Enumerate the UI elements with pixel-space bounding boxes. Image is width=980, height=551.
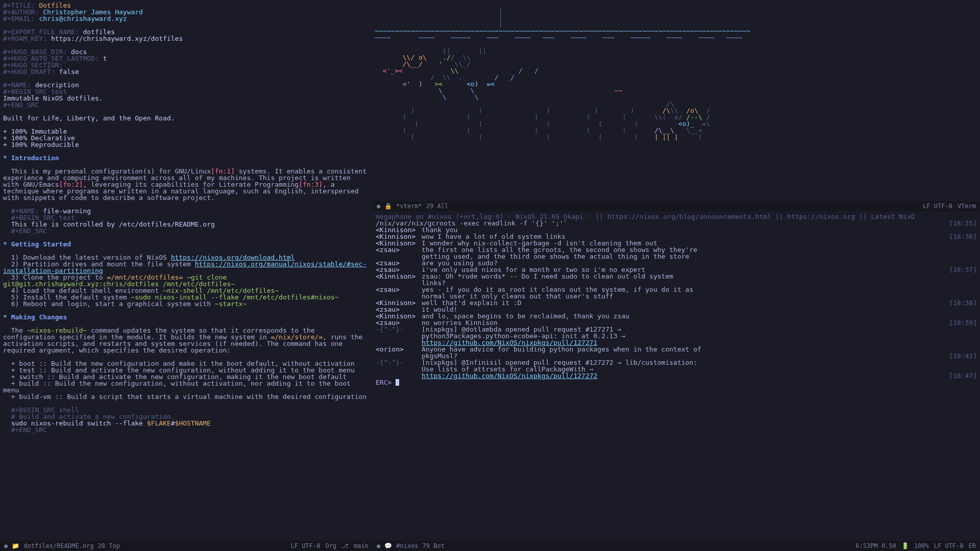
erc-pane[interactable]: megaphone on #nixos (+nrt,lag:0) ◦ NixOS… — [373, 211, 980, 551]
irc-timestamp: [18:47] — [944, 372, 977, 379]
irc-timestamp: [18:37] — [944, 266, 977, 273]
erc-battery: 100% — [914, 543, 929, 549]
modeline-left: ● 📁 dotfiles/README.org 28 Top LF UTF-8 … — [0, 541, 373, 551]
end-src: #+END_SRC — [3, 101, 39, 109]
irc-nick: -{^-^}- — [376, 326, 422, 333]
folder-icon: 📁 — [12, 543, 19, 549]
irc-message: zsau: Oh *rude words* -- Do I need sudo … — [422, 273, 977, 280]
irc-message: https://github.com/NixOS/nixpkgs/pull/12… — [422, 372, 944, 379]
circle-icon: ● — [4, 543, 8, 549]
erc-prompt[interactable]: ERC> — [376, 379, 977, 386]
irc-nick: -{^-^}- — [376, 359, 422, 366]
heading-getting-started[interactable]: * Getting Started — [3, 240, 71, 248]
roam-url: https://chrishayward.xyz/dotfiles — [51, 35, 183, 42]
irc-timestamp: [18:36] — [944, 233, 977, 240]
ascii-art: | | | ~~~~~~~~~~~~~~~~~~~~~~~~~~~~~~~~~~… — [375, 8, 978, 140]
irc-line: <orion>Anyone have advice for building p… — [376, 346, 977, 353]
chat-icon: 💬 — [384, 543, 392, 549]
irc-link[interactable]: https://github.com/NixOS/nixpkgs/pull/12… — [422, 372, 597, 380]
modeline-encoding: LF UTF-8 — [291, 543, 321, 549]
bullet-reproducible: + 100% Reproducible — [3, 141, 79, 148]
vterm-pane[interactable]: | | | ~~~~~~~~~~~~~~~~~~~~~~~~~~~~~~~~~~… — [373, 0, 980, 201]
vterm-pos: 29 All — [426, 203, 448, 209]
erc-channel: #nixos — [396, 543, 418, 549]
irc-nick: <Kinnison> — [376, 273, 422, 280]
irc-nick — [376, 366, 422, 372]
circle-icon: ● — [377, 543, 380, 549]
modeline-position: 28 Top — [98, 543, 120, 549]
modeline-major-mode: Org — [325, 543, 336, 549]
heading-making-changes[interactable]: * Making Changes — [3, 313, 67, 321]
irc-message: and lo, space begins to be reclaimed, th… — [422, 313, 977, 319]
cursor — [396, 379, 399, 386]
lock-icon: 🔒 — [384, 203, 392, 209]
irc-nick: <orion> — [376, 346, 422, 353]
email-key: #+EMAIL: — [3, 15, 35, 22]
circle-icon: ● — [377, 203, 380, 209]
heading-introduction[interactable]: * Introduction — [3, 154, 59, 162]
erc-pos: 79 Bot — [423, 543, 445, 549]
modeline-erc: ● 💬 #nixos 79 Bot 6:53PM 0.50 🔋 100% LF … — [373, 541, 980, 551]
modeline-branch: main — [354, 543, 369, 549]
modeline-filename: dotfiles/README.org — [23, 543, 93, 549]
irc-line: <Kinnison>well that'd explain it :D[18:3… — [376, 299, 977, 306]
tagline: Built for Life, Liberty, and the Open Ro… — [3, 114, 175, 122]
irc-message: Anyone have advice for building python p… — [422, 346, 977, 353]
hugo-draft-key: #+HUGO_DRAFT: — [3, 68, 55, 76]
irc-nick: <zsau> — [376, 246, 422, 253]
editor-pane[interactable]: #+TITLE: Dotfiles #+AUTHOR: Christopher … — [0, 0, 373, 551]
email: chris@chrishayward.xyz — [39, 15, 127, 22]
modeline-vterm: ● 🔒 *vterm* 29 All LF UTF-8 VTerm — [373, 201, 980, 211]
irc-message: getting used, and the third one shows th… — [422, 253, 977, 260]
org-document[interactable]: #+TITLE: Dotfiles #+AUTHOR: Christopher … — [3, 2, 370, 433]
irc-nick — [376, 333, 422, 339]
branch-icon: ⎇ — [341, 543, 349, 549]
battery-icon: 🔋 — [901, 543, 909, 549]
roam-key: #+ROAM_KEY: — [3, 35, 47, 42]
irc-timestamp: [18:39] — [944, 319, 977, 326]
erc-time: 6:53PM 0.50 — [855, 543, 896, 549]
irc-nick: <zsau> — [376, 286, 422, 293]
irc-line: <Kinnison>zsau: Oh *rude words* -- Do I … — [376, 273, 977, 280]
mc-build-vm: + build-vm :: Build a script that starts… — [11, 393, 367, 400]
hugo-draft: false — [59, 68, 79, 76]
irc-timestamp: [18:42] — [944, 353, 977, 359]
irc-message: well that'd explain it :D — [422, 299, 944, 306]
hugo-lastmod: t — [103, 55, 107, 62]
mc-build: + build :: Build the new configuration, … — [3, 380, 355, 394]
irc-line: https://github.com/NixOS/nixpkgs/pull/12… — [376, 372, 977, 379]
vterm-name: *vterm* — [396, 203, 422, 209]
irc-timestamp: [18:38] — [944, 299, 977, 306]
